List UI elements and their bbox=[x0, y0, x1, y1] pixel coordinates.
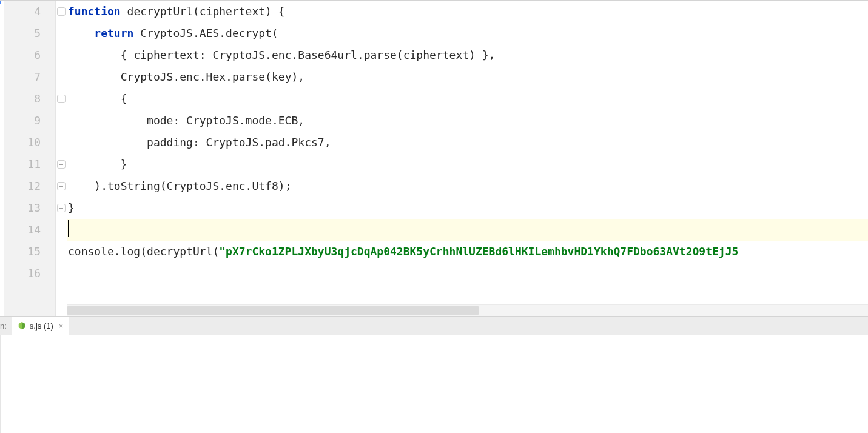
code-line[interactable]: CryptoJS.enc.Hex.parse(key), bbox=[67, 66, 868, 88]
fold-open-icon[interactable] bbox=[57, 7, 66, 16]
fold-close-icon[interactable] bbox=[57, 160, 66, 169]
text-caret bbox=[68, 220, 69, 237]
line-number[interactable]: 14 bbox=[4, 219, 55, 241]
code-line[interactable]: { bbox=[67, 88, 868, 110]
line-number[interactable]: 4 bbox=[4, 1, 55, 22]
run-tab-title: s.js (1) bbox=[30, 321, 53, 331]
nodejs-icon bbox=[18, 321, 26, 330]
fold-close-icon[interactable] bbox=[57, 182, 66, 190]
code-line[interactable]: function decryptUrl(ciphertext) { bbox=[67, 1, 868, 22]
run-label: n: bbox=[0, 321, 12, 331]
code-line[interactable]: } bbox=[67, 153, 868, 175]
code-line[interactable] bbox=[67, 263, 868, 284]
line-number[interactable]: 6 bbox=[4, 44, 55, 66]
fold-close-icon[interactable] bbox=[57, 204, 66, 212]
line-number[interactable]: 16 bbox=[4, 263, 55, 284]
code-line[interactable]: { ciphertext: CryptoJS.enc.Base64url.par… bbox=[67, 44, 868, 66]
line-number[interactable]: 8 bbox=[4, 88, 55, 110]
line-number[interactable]: 13 bbox=[4, 197, 55, 219]
code-line[interactable]: return CryptoJS.AES.decrypt( bbox=[67, 22, 868, 44]
fold-column[interactable] bbox=[56, 1, 67, 316]
editor-horizontal-scrollbar[interactable] bbox=[67, 304, 868, 316]
line-number[interactable]: 7 bbox=[4, 66, 55, 88]
line-number[interactable]: 9 bbox=[4, 110, 55, 132]
run-tool-window: n: s.js (1) × https://audiopay.cos.tx.xm… bbox=[0, 316, 868, 433]
code-line[interactable] bbox=[67, 219, 868, 241]
scrollbar-thumb[interactable] bbox=[67, 306, 479, 315]
console-output[interactable]: https://audiopay.cos.tx.xmcdn.com/downlo… bbox=[0, 335, 868, 433]
code-line[interactable]: mode: CryptoJS.mode.ECB, bbox=[67, 110, 868, 132]
line-number[interactable]: 11 bbox=[4, 153, 55, 175]
line-number[interactable]: 5 bbox=[4, 22, 55, 44]
code-line[interactable]: ).toString(CryptoJS.enc.Utf8); bbox=[67, 175, 868, 197]
line-number[interactable]: 15 bbox=[4, 241, 55, 263]
run-tab[interactable]: s.js (1) × bbox=[12, 317, 70, 335]
code-line[interactable]: padding: CryptoJS.pad.Pkcs7, bbox=[67, 132, 868, 153]
line-number[interactable]: 10 bbox=[4, 132, 55, 153]
line-number[interactable]: 12 bbox=[4, 175, 55, 197]
line-number-gutter[interactable]: 45678910111213141516 bbox=[4, 1, 56, 316]
code-content[interactable]: function decryptUrl(ciphertext) { return… bbox=[67, 1, 868, 316]
close-icon[interactable]: × bbox=[57, 321, 66, 331]
code-editor[interactable]: 45678910111213141516 function decryptUrl… bbox=[0, 0, 868, 316]
fold-open-icon[interactable] bbox=[57, 95, 66, 103]
run-tabbar: n: s.js (1) × bbox=[0, 317, 868, 335]
code-line[interactable]: console.log(decryptUrl("pX7rCko1ZPLJXbyU… bbox=[67, 241, 868, 263]
code-line[interactable]: } bbox=[67, 197, 868, 219]
